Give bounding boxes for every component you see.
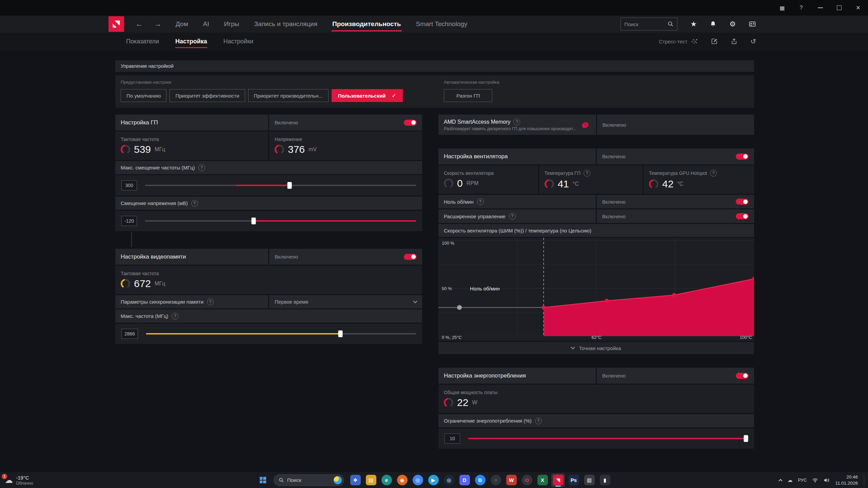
help-icon[interactable]: ? <box>798 5 804 11</box>
power-limit-slider-handle[interactable] <box>744 435 748 442</box>
forward-button[interactable]: → <box>154 20 161 28</box>
show-desktop-button[interactable] <box>864 475 865 485</box>
taskbar-app-word[interactable]: W <box>505 473 518 487</box>
hidden-icons-chevron[interactable] <box>779 478 782 482</box>
memory-timing-help-icon[interactable]: ? <box>207 299 214 305</box>
preset-efficiency-button[interactable]: Приоритет эффективности <box>170 89 245 102</box>
vram-maxfreq-slider[interactable] <box>146 330 416 338</box>
taskbar-app-firefox[interactable]: ◉ <box>395 473 409 487</box>
power-limit-input[interactable]: 10 <box>445 433 460 444</box>
nav-item-record-stream[interactable]: Запись и трансляция <box>254 16 317 33</box>
performance-subnav: Показатели Настройка Настройки Стресс-те… <box>0 33 868 50</box>
nav-item-games[interactable]: Игры <box>224 16 239 33</box>
zero-rpm-toggle[interactable] <box>736 199 749 205</box>
back-button[interactable]: ← <box>136 20 143 28</box>
amd-logo[interactable] <box>108 16 124 32</box>
tab-tuning[interactable]: Настройка <box>175 33 207 50</box>
changelog-edit-icon[interactable] <box>711 38 718 45</box>
freq-offset-help-icon[interactable]: ? <box>198 164 205 171</box>
tuning-page: Управление настройкой Предустановки наст… <box>0 50 868 449</box>
nav-item-performance[interactable]: Производительность <box>332 16 401 33</box>
preset-custom-button[interactable]: Пользовательский ✓ <box>332 89 403 102</box>
freq-offset-input[interactable]: 300 <box>121 180 137 190</box>
taskbar-weather-widget[interactable]: 1 ☁ -19°C Облачно <box>5 475 33 486</box>
preset-default-button[interactable]: По умолчанию <box>121 89 166 102</box>
taskbar-clock[interactable]: 20:46 11.01.2026 <box>835 474 858 486</box>
vram-maxfreq-slider-handle[interactable] <box>338 330 343 337</box>
taskbar-app-task-manager[interactable]: ▮ <box>598 473 612 487</box>
hotspot-help-icon[interactable]: ? <box>710 170 717 177</box>
volt-offset-help-icon[interactable]: ? <box>191 200 198 207</box>
gpu-voltage-gauge-icon <box>275 145 284 154</box>
power-tuning-toggle[interactable] <box>736 373 749 379</box>
global-search[interactable] <box>620 18 677 30</box>
reset-icon[interactable]: ↺ <box>750 37 756 45</box>
minimize-button[interactable] <box>817 7 823 8</box>
zero-rpm-handle[interactable] <box>457 305 462 310</box>
taskbar-app-discord[interactable]: D <box>458 473 471 487</box>
fan-curve-point-2[interactable] <box>672 293 676 297</box>
search-input[interactable] <box>624 21 662 27</box>
vram-maxfreq-input[interactable]: 2866 <box>121 329 138 339</box>
tab-metrics[interactable]: Показатели <box>126 33 159 50</box>
tab-settings[interactable]: Настройки <box>223 33 253 50</box>
taskbar-app-obs[interactable]: ◌ <box>489 473 502 487</box>
taskbar-app-excel[interactable]: X <box>536 473 549 487</box>
favorites-star-icon[interactable]: ★ <box>690 20 697 28</box>
nav-item-smart-technology[interactable]: Smart Technology <box>416 16 468 33</box>
fan-curve-point-1[interactable] <box>605 299 609 303</box>
taskbar-app-vk[interactable]: B <box>473 473 487 487</box>
taskbar-app-notepad[interactable]: ▥ <box>583 473 596 487</box>
onedrive-cloud-icon[interactable]: ☁ <box>787 477 792 483</box>
memory-timing-dropdown[interactable]: Первое время <box>269 295 422 308</box>
zero-rpm-help-icon[interactable]: ? <box>477 198 484 205</box>
settings-gear-icon[interactable]: ⚙ <box>729 20 736 28</box>
freq-offset-slider-handle[interactable] <box>287 182 292 189</box>
notifications-bell-icon[interactable] <box>710 21 716 27</box>
taskbar-app-chrome[interactable]: ◎ <box>411 473 425 487</box>
maximize-button[interactable] <box>836 5 842 10</box>
taskbar-app-opera[interactable]: O <box>520 473 534 487</box>
profile-card-icon[interactable] <box>749 21 756 27</box>
nav-item-home[interactable]: Дом <box>176 16 188 33</box>
fan-tuning-toggle[interactable] <box>736 154 749 160</box>
power-limit-help-icon[interactable]: ? <box>535 418 542 424</box>
vram-tuning-title: Настройка видеопамяти <box>121 253 186 260</box>
taskbar-app-telegram[interactable]: ▶ <box>427 473 440 487</box>
fan-curve-point-0[interactable] <box>541 305 546 309</box>
memory-timing-value: Первое время <box>275 299 308 305</box>
advanced-control-help-icon[interactable]: ? <box>509 213 516 220</box>
vram-maxfreq-help-icon[interactable]: ? <box>172 313 178 320</box>
freq-offset-slider[interactable] <box>145 182 416 189</box>
feedback-grid-icon[interactable]: ▦ <box>779 5 785 11</box>
power-limit-slider[interactable] <box>468 435 748 442</box>
volt-offset-slider-handle[interactable] <box>251 218 256 224</box>
fan-curve-chart[interactable]: 100 % 50 % 0 %, 25°C 62°C 100°C Ноль об/… <box>438 238 754 341</box>
start-button[interactable] <box>256 474 269 487</box>
close-button[interactable]: × <box>855 3 861 12</box>
volt-offset-slider[interactable] <box>145 217 416 225</box>
advanced-control-toggle[interactable] <box>736 213 749 219</box>
taskbar-app-amd-adrenalin[interactable]: ◥ <box>551 473 565 487</box>
vram-tuning-toggle[interactable] <box>404 254 417 260</box>
taskbar-app-file-explorer[interactable]: ▤ <box>364 473 378 487</box>
preset-performance-button[interactable]: Приоритет производительн... <box>248 89 329 102</box>
language-indicator[interactable]: РУС <box>798 477 807 483</box>
taskbar-app-edge[interactable]: e <box>380 473 393 487</box>
weather-temp: -19°C <box>16 475 33 481</box>
taskbar-app-photoshop[interactable]: Ps <box>567 473 580 487</box>
taskbar-app-steam[interactable]: ◎ <box>442 473 456 487</box>
volt-offset-input[interactable]: -120 <box>121 216 137 226</box>
gpu-overclock-button[interactable]: Разгон ГП <box>444 89 492 102</box>
gpu-temp-help-icon[interactable]: ? <box>584 170 590 177</box>
nav-item-ai[interactable]: AI <box>203 16 209 33</box>
share-icon[interactable] <box>731 38 737 45</box>
taskbar-search[interactable]: Поиск <box>274 474 344 486</box>
fine-tuning-expander[interactable]: Точная настройка <box>438 342 754 354</box>
taskbar-app-photos[interactable]: ❖ <box>349 473 362 487</box>
wifi-icon[interactable] <box>812 477 818 483</box>
gpu-tuning-toggle[interactable] <box>404 120 417 126</box>
volume-icon[interactable] <box>824 477 830 483</box>
sam-help-icon[interactable]: ? <box>513 119 520 125</box>
stress-test-button[interactable]: Стресс-тест <box>659 38 698 44</box>
